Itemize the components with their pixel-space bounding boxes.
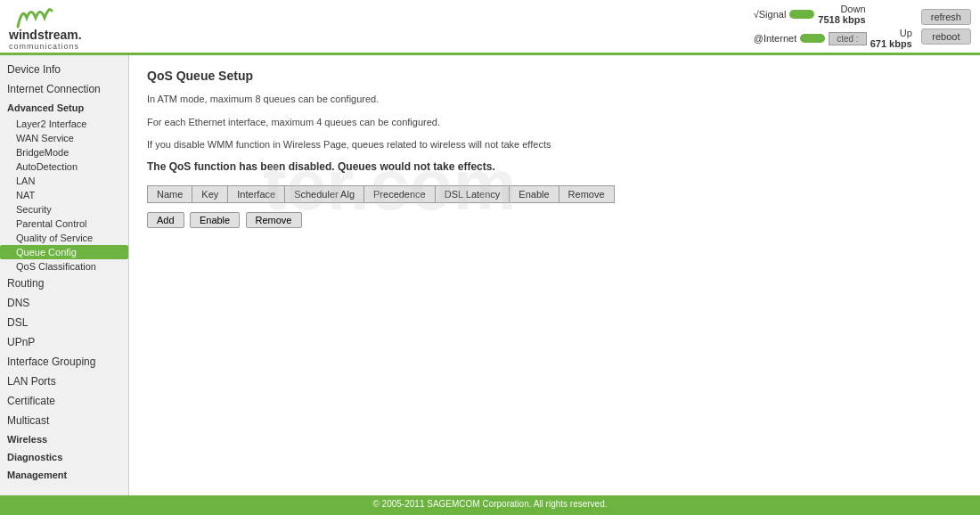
col-scheduler: Scheduler Alg xyxy=(285,185,364,202)
main-layout: Device Info Internet Connection Advanced… xyxy=(0,55,980,495)
col-dsl-latency: DSL Latency xyxy=(435,185,510,202)
sidebar: Device Info Internet Connection Advanced… xyxy=(0,55,129,495)
col-name: Name xyxy=(148,185,192,202)
reboot-button[interactable]: reboot xyxy=(921,29,971,45)
signal-dot xyxy=(789,10,814,19)
info-text-1: In ATM mode, maximum 8 queues can be con… xyxy=(147,92,962,108)
col-enable: Enable xyxy=(510,185,559,202)
sidebar-item-device-info[interactable]: Device Info xyxy=(0,60,128,79)
sidebar-item-autodetection[interactable]: AutoDetection xyxy=(0,159,128,174)
col-remove: Remove xyxy=(559,185,614,202)
sidebar-item-parental-control[interactable]: Parental Control xyxy=(0,217,128,231)
queue-table: Name Key Interface Scheduler Alg Precede… xyxy=(147,185,615,203)
sidebar-item-internet-connection[interactable]: Internet Connection xyxy=(0,79,128,99)
sidebar-item-qos-classification[interactable]: QoS Classification xyxy=(0,259,128,274)
sidebar-item-dsl[interactable]: DSL xyxy=(0,313,128,332)
footer: © 2005-2011 SAGEMCOM Corporation. All ri… xyxy=(0,495,980,515)
action-buttons: Add Enable Remove xyxy=(147,212,962,228)
sidebar-item-bridgemode[interactable]: BridgeMode xyxy=(0,145,128,159)
speed-info: Down 7518 kbps xyxy=(818,4,865,25)
down-speed: 7518 kbps xyxy=(818,14,865,25)
info-text-3: If you disable WMM function in Wireless … xyxy=(147,137,962,153)
sidebar-item-wan[interactable]: WAN Service xyxy=(0,131,128,145)
enable-button[interactable]: Enable xyxy=(190,212,240,228)
internet-status: @Internet cted : Up 671 kbps xyxy=(754,28,912,49)
col-interface: Interface xyxy=(228,185,285,202)
connected-box: cted : xyxy=(829,32,866,45)
sidebar-item-layer2[interactable]: Layer2 Interface xyxy=(0,117,128,131)
internet-label: @Internet xyxy=(754,33,796,44)
down-label: Down xyxy=(818,4,865,14)
copyright-text: © 2005-2011 SAGEMCOM Corporation. All ri… xyxy=(372,499,607,509)
qos-disabled-message: The QoS function has been disabled. Queu… xyxy=(147,160,962,173)
sidebar-item-dns[interactable]: DNS xyxy=(0,293,128,313)
sidebar-item-nat[interactable]: NAT xyxy=(0,188,128,202)
sidebar-item-multicast[interactable]: Multicast xyxy=(0,411,128,430)
sidebar-item-certificate[interactable]: Certificate xyxy=(0,391,128,411)
sidebar-item-qos[interactable]: Quality of Service xyxy=(0,231,128,245)
sidebar-item-wireless[interactable]: Wireless xyxy=(0,430,128,448)
up-label: Up xyxy=(870,28,912,38)
logo-text: windstream. xyxy=(9,28,82,42)
sidebar-item-management[interactable]: Management xyxy=(0,466,128,484)
col-precedence: Precedence xyxy=(364,185,436,202)
internet-dot xyxy=(800,34,825,43)
refresh-button[interactable]: refresh xyxy=(921,9,971,25)
sidebar-item-interface-grouping[interactable]: Interface Grouping xyxy=(0,352,128,372)
signal-label: √Signal xyxy=(754,9,787,20)
page-title: QoS Queue Setup xyxy=(147,69,962,83)
sidebar-item-queue-config[interactable]: Queue Config xyxy=(0,245,128,259)
header: windstream. communications √Signal Down … xyxy=(0,0,980,55)
sidebar-item-lan[interactable]: LAN xyxy=(0,174,128,188)
status-bar: √Signal Down 7518 kbps @Internet cted : … xyxy=(754,4,971,49)
sidebar-item-advanced-setup[interactable]: Advanced Setup xyxy=(0,99,128,117)
logo-sub: communications xyxy=(9,42,79,51)
up-speed: 671 kbps xyxy=(870,38,912,49)
remove-button[interactable]: Remove xyxy=(246,212,302,228)
sidebar-item-diagnostics[interactable]: Diagnostics xyxy=(0,448,128,466)
signal-status: √Signal Down 7518 kbps xyxy=(754,4,912,25)
sidebar-item-routing[interactable]: Routing xyxy=(0,274,128,293)
logo-area: windstream. communications xyxy=(9,2,82,51)
content-area: ter.com QoS Queue Setup In ATM mode, max… xyxy=(129,55,980,495)
sidebar-item-security[interactable]: Security xyxy=(0,202,128,217)
info-text-2: For each Ethernet interface, maximum 4 q… xyxy=(147,115,962,131)
sidebar-item-upnp[interactable]: UPnP xyxy=(0,332,128,352)
up-speed-info: Up 671 kbps xyxy=(870,28,912,49)
col-key: Key xyxy=(192,185,228,202)
sidebar-item-lan-ports[interactable]: LAN Ports xyxy=(0,372,128,391)
add-button[interactable]: Add xyxy=(147,212,184,228)
